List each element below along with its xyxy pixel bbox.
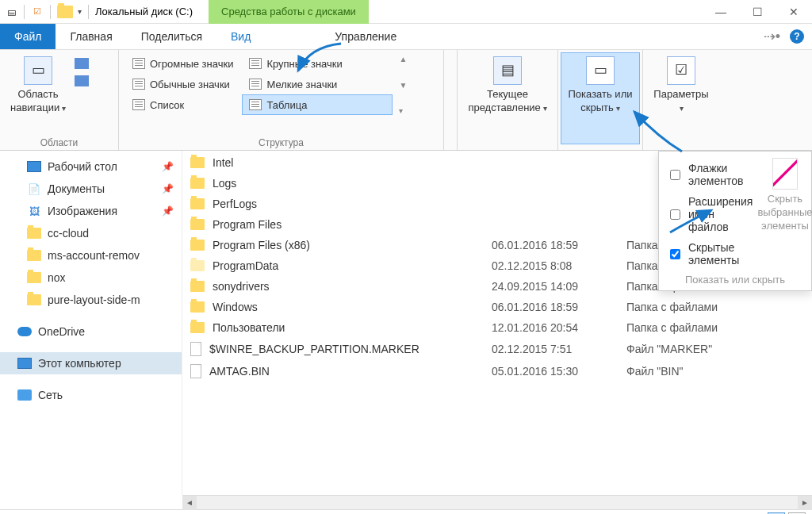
- file-row[interactable]: $WINRE_BACKUP_PARTITION.MARKER02.12.2015…: [182, 338, 812, 360]
- navigation-pane-button[interactable]: ▭ Область навигации: [6, 53, 70, 118]
- sidebar-desktop-label: Рабочий стол: [48, 160, 117, 173]
- folder-icon: [190, 157, 205, 168]
- scroll-left-button[interactable]: ◄: [182, 496, 197, 510]
- checkbox-label: Скрытые элементы: [688, 241, 754, 267]
- file-row[interactable]: AMTAG.BIN05.01.2016 15:30Файл "BIN": [182, 360, 812, 382]
- options-icon: ☑: [667, 56, 695, 85]
- window-title: Локальный диск (C:): [95, 6, 193, 17]
- pin-icon: 📌: [162, 161, 174, 172]
- context-tab-drive-tools[interactable]: Средства работы с дисками: [209, 0, 369, 24]
- checkbox-file-extensions[interactable]: Расширения имен файлов: [667, 191, 757, 237]
- pictures-icon: 🖼: [27, 205, 41, 217]
- show-hide-icon: ▭: [586, 56, 615, 85]
- list-icon: [132, 99, 145, 110]
- this-pc-icon: [17, 358, 32, 369]
- file-type: Папка с файлами: [626, 321, 804, 334]
- tab-share[interactable]: Поделиться: [127, 24, 216, 49]
- sidebar-item-pictures[interactable]: 🖼Изображения📌: [0, 200, 182, 222]
- checkbox-input[interactable]: [670, 209, 680, 221]
- collapse-ribbon-icon[interactable]: ⇢•: [764, 28, 780, 45]
- horizontal-scrollbar[interactable]: ◄ ►: [182, 495, 812, 509]
- titlebar: 🖴 ☑ ▾ Локальный диск (C:) Средства работ…: [0, 0, 812, 24]
- file-date: 06.01.2016 18:59: [492, 301, 626, 313]
- folder-icon: [190, 198, 205, 209]
- current-view-label: Текущее представление: [465, 88, 550, 115]
- sidebar-item-cc-cloud[interactable]: cc-cloud: [0, 222, 182, 244]
- layout-more-icon[interactable]: ▾: [399, 106, 407, 115]
- folder-icon: [190, 322, 205, 333]
- sidebar-item-network[interactable]: Сеть: [0, 384, 182, 406]
- network-icon: [17, 389, 32, 401]
- current-view-button[interactable]: ▤ Текущее представление: [464, 53, 551, 118]
- tab-manage[interactable]: Управление: [320, 24, 411, 49]
- navigation-pane-icon: ▭: [24, 56, 52, 85]
- current-view-icon: ▤: [493, 56, 522, 85]
- sidebar-item-desktop[interactable]: Рабочий стол📌: [0, 155, 182, 178]
- checkbox-input[interactable]: [670, 169, 680, 181]
- options-button[interactable]: ☑ Параметры: [649, 53, 713, 118]
- layout-large-icons[interactable]: Крупные значки: [242, 53, 393, 74]
- file-type: Файл "MARKER": [626, 343, 804, 355]
- ribbon-tabs: Файл Главная Поделиться Вид Управление ⇢…: [0, 24, 812, 49]
- folder-icon: [190, 281, 205, 292]
- folder-icon: [190, 178, 205, 189]
- show-hide-label: Показать или скрыть: [563, 88, 638, 115]
- ribbon-group-layout-label: Структура: [125, 136, 437, 148]
- checkbox-input[interactable]: [670, 248, 680, 260]
- content-area: Рабочий стол📌 📄Документы📌 🖼Изображения📌 …: [0, 151, 812, 495]
- preview-pane-icon[interactable]: [75, 58, 89, 69]
- folder-icon: [190, 301, 205, 313]
- file-name: sonydrivers: [213, 280, 270, 293]
- folder-icon: [190, 240, 205, 251]
- layout-scroll-up-icon[interactable]: ▲: [399, 55, 407, 63]
- qat-properties-icon[interactable]: ☑: [31, 6, 44, 18]
- sidebar-item-onedrive[interactable]: OneDrive: [0, 320, 182, 343]
- layout-details[interactable]: Таблица: [242, 94, 393, 115]
- small-icons-icon: [249, 79, 262, 90]
- layout-list[interactable]: Список: [125, 94, 240, 115]
- tab-view[interactable]: Вид: [216, 24, 265, 49]
- layout-details-label: Таблица: [266, 99, 307, 111]
- layout-extra-large-icons[interactable]: Огромные значки: [125, 53, 240, 74]
- sidebar-item-ms-account[interactable]: ms-account-remov: [0, 244, 182, 267]
- layout-small-icons[interactable]: Мелкие значки: [242, 74, 393, 94]
- close-button[interactable]: ✕: [776, 0, 812, 24]
- pin-icon: 📌: [162, 183, 174, 194]
- tab-home[interactable]: Главная: [56, 24, 126, 49]
- file-name: Logs: [213, 177, 236, 190]
- minimize-button[interactable]: —: [703, 0, 739, 24]
- help-icon[interactable]: ?: [790, 29, 804, 44]
- file-type: Файл "BIN": [626, 365, 804, 378]
- layout-large-label: Крупные значки: [266, 58, 342, 70]
- navigation-pane-label: Область навигации: [8, 88, 68, 115]
- folder-icon: [190, 260, 205, 271]
- maximize-button[interactable]: ☐: [739, 0, 776, 24]
- file-name: ProgramData: [213, 259, 278, 272]
- scroll-right-button[interactable]: ►: [798, 496, 812, 510]
- layout-medium-icons[interactable]: Обычные значки: [125, 74, 240, 94]
- file-date: 02.12.2015 8:08: [492, 259, 626, 272]
- drive-icon: [57, 6, 73, 18]
- checkbox-label: Флажки элементов: [688, 162, 754, 187]
- sidebar-item-nox[interactable]: nox: [0, 267, 182, 289]
- checkbox-item-checkboxes[interactable]: Флажки элементов: [667, 158, 757, 191]
- layout-scroll-down-icon[interactable]: ▼: [399, 81, 407, 90]
- folder-icon: [27, 294, 41, 305]
- hide-selected-label: Скрыть выбранные элементы: [757, 193, 812, 232]
- file-name: $WINRE_BACKUP_PARTITION.MARKER: [209, 343, 419, 355]
- file-name: Пользователи: [213, 321, 285, 334]
- file-row[interactable]: Windows06.01.2016 18:59Папка с файлами: [182, 297, 812, 317]
- show-hide-button[interactable]: ▭ Показать или скрыть: [561, 52, 640, 144]
- ribbon-group-panes-label: Области: [6, 136, 112, 148]
- sidebar-item-documents[interactable]: 📄Документы📌: [0, 178, 182, 200]
- hide-selected-items-button[interactable]: Скрыть выбранные элементы: [757, 158, 812, 270]
- file-type: Папка с файлами: [626, 301, 804, 313]
- details-pane-icon[interactable]: [75, 75, 89, 86]
- sidebar-item-pure-layout[interactable]: pure-layout-side-m: [0, 289, 182, 311]
- system-icon: 🖴: [5, 6, 17, 18]
- tab-file[interactable]: Файл: [0, 24, 56, 49]
- checkbox-hidden-items[interactable]: Скрытые элементы: [667, 237, 757, 270]
- file-icon: [190, 342, 201, 356]
- file-row[interactable]: Пользователи12.01.2016 20:54Папка с файл…: [182, 317, 812, 338]
- sidebar-item-this-pc[interactable]: Этот компьютер: [0, 352, 182, 374]
